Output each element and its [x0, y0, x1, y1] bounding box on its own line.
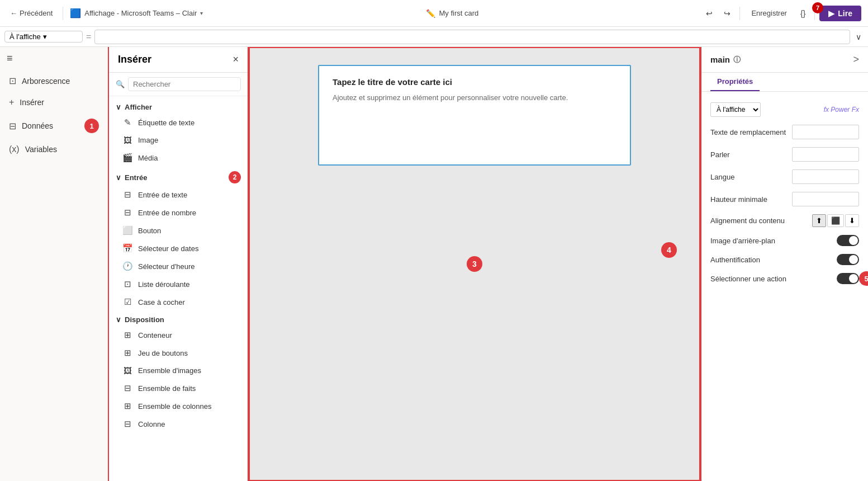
insert-item-ensemble-colonnes[interactable]: ⊞ Ensemble de colonnes	[109, 397, 248, 415]
tab-proprietes[interactable]: Propriétés	[710, 73, 760, 91]
section-afficher[interactable]: ∨ Afficher	[109, 98, 248, 114]
canvas-card[interactable]: Tapez le titre de votre carte ici Ajoute…	[318, 65, 631, 166]
formula-dropdown[interactable]: À l'affiche ▾	[4, 31, 83, 43]
ensemble-images-icon: 🖼	[122, 366, 132, 375]
sidebar-item-arborescence[interactable]: ⊡ Arborescence	[0, 70, 108, 92]
etiquette-label: Étiquette de texte	[138, 119, 195, 127]
liste-label: Liste déroulante	[138, 280, 190, 289]
toggle-selectionner-action[interactable]	[837, 273, 859, 284]
dates-label: Sélecteur de dates	[138, 244, 198, 253]
right-panel-header: main ⓘ >	[701, 47, 868, 73]
dates-icon: 📅	[122, 243, 132, 253]
align-top-button[interactable]: ⬆	[812, 214, 826, 227]
back-button[interactable]: ← Précédent	[7, 7, 56, 20]
insert-item-bouton[interactable]: ⬜ Bouton	[109, 221, 248, 239]
section-afficher-label: Afficher	[125, 103, 152, 111]
entree-texte-label: Entrée de texte	[138, 191, 187, 199]
insert-item-heure[interactable]: 🕐 Sélecteur d'heure	[109, 257, 248, 275]
arborescence-icon: ⊡	[9, 76, 16, 86]
colonne-icon: ⊟	[122, 419, 132, 429]
heure-label: Sélecteur d'heure	[138, 262, 195, 271]
sidebar-inserer-label: Insérer	[20, 98, 44, 107]
prop-label-alignement: Alignement du contenu	[710, 216, 789, 225]
jeu-boutons-label: Jeu de boutons	[138, 349, 188, 357]
prop-value-fx: fx Power Fx	[761, 106, 859, 114]
search-icon: 🔍	[116, 80, 125, 88]
bouton-icon: ⬜	[122, 225, 132, 235]
section-disposition[interactable]: ∨ Disposition	[109, 311, 248, 326]
align-bottom-button[interactable]: ⬇	[845, 214, 859, 227]
play-label: Lire	[838, 9, 852, 18]
canvas-card-title: Tapez le titre de votre carte ici	[333, 77, 616, 87]
variables-icon: (x)	[9, 144, 20, 154]
formula-input[interactable]	[94, 30, 850, 44]
prop-input-parler[interactable]	[792, 147, 859, 162]
prop-input-langue[interactable]	[792, 169, 859, 184]
insert-item-media[interactable]: 🎬 Média	[109, 149, 248, 167]
ensemble-faits-label: Ensemble de faits	[138, 384, 196, 393]
ensemble-colonnes-label: Ensemble de colonnes	[138, 402, 212, 411]
formula-expand-button[interactable]: ∨	[853, 30, 864, 44]
media-icon: 🎬	[122, 153, 132, 163]
right-panel-chevron-button[interactable]: >	[853, 54, 859, 65]
chevron-disposition-icon: ∨	[116, 315, 121, 324]
heure-icon: 🕐	[122, 261, 132, 271]
prop-row-selectionner-action: Sélectionner une action 5	[701, 269, 868, 288]
play-button[interactable]: ▶ Lire	[819, 6, 861, 21]
insert-search-input[interactable]	[128, 77, 241, 91]
canvas-area[interactable]: Tapez le titre de votre carte ici Ajoute…	[249, 47, 700, 481]
prop-row-affiche: À l'affiche fx Power Fx	[701, 98, 868, 121]
code-button[interactable]: {}	[796, 6, 810, 21]
prop-input-hauteur[interactable]	[792, 192, 859, 206]
canvas-card-subtitle: Ajoutez et supprimez un élément pour per…	[333, 93, 616, 102]
chevron-afficher-icon: ∨	[116, 103, 121, 111]
sidebar-item-variables[interactable]: (x) Variables	[0, 139, 108, 160]
toggle-authentification[interactable]	[837, 254, 859, 265]
insert-item-ensemble-faits[interactable]: ⊟ Ensemble de faits	[109, 379, 248, 397]
insert-item-conteneur[interactable]: ⊞ Conteneur	[109, 326, 248, 344]
right-panel-body: À l'affiche fx Power Fx Texte de remplac…	[701, 92, 868, 481]
prop-row-image-arriere-plan: Image d'arrière-plan	[701, 231, 868, 250]
insert-item-case[interactable]: ☑ Case à cocher	[109, 293, 248, 311]
insert-close-button[interactable]: ×	[233, 54, 239, 65]
sidebar-variables-label: Variables	[25, 145, 57, 154]
ensemble-images-label: Ensemble d'images	[138, 366, 201, 375]
chevron-entree-icon: ∨	[116, 173, 121, 182]
back-arrow-icon: ←	[10, 9, 17, 17]
insert-item-colonne[interactable]: ⊟ Colonne	[109, 415, 248, 433]
insert-item-image[interactable]: 🖼 Image	[109, 131, 248, 149]
affiche-dropdown[interactable]: À l'affiche	[710, 102, 761, 117]
info-icon[interactable]: ⓘ	[733, 55, 741, 65]
insert-item-entree-nombre[interactable]: ⊟ Entrée de nombre	[109, 204, 248, 221]
formula-dropdown-arrow-icon: ▾	[43, 32, 47, 41]
bouton-label: Bouton	[138, 227, 161, 235]
app-title-dropdown-icon[interactable]: ▾	[200, 10, 203, 16]
toggle-image-arriere-plan[interactable]	[837, 235, 859, 246]
ensemble-faits-icon: ⊟	[122, 383, 132, 393]
redo-button[interactable]: ↪	[719, 6, 735, 21]
insert-item-dates[interactable]: 📅 Sélecteur de dates	[109, 239, 248, 257]
entree-texte-icon: ⊟	[122, 190, 132, 200]
left-sidebar: ≡ ⊡ Arborescence + Insérer ⊟ Données 1 (…	[0, 47, 109, 481]
prop-input-texte-remplacement[interactable]	[792, 125, 859, 139]
sidebar-item-inserer[interactable]: + Insérer	[0, 92, 108, 113]
undo-button[interactable]: ↩	[701, 6, 717, 21]
insert-item-ensemble-images[interactable]: 🖼 Ensemble d'images	[109, 362, 248, 379]
prop-row-langue: Langue	[701, 166, 868, 188]
hamburger-icon[interactable]: ≡	[7, 53, 13, 64]
sidebar-item-donnees[interactable]: ⊟ Données 1	[0, 113, 108, 139]
insert-item-etiquette[interactable]: ✎ Étiquette de texte	[109, 114, 248, 131]
insert-item-liste[interactable]: ⊡ Liste déroulante	[109, 275, 248, 293]
section-entree[interactable]: ∨ Entrée 2	[109, 167, 248, 186]
insert-panel: Insérer × 🔍 ∨ Afficher ✎ Étiquette de te…	[109, 47, 249, 481]
insert-item-jeu-boutons[interactable]: ⊞ Jeu de boutons	[109, 344, 248, 362]
prop-label-image-arriere-plan: Image d'arrière-plan	[710, 237, 789, 245]
sidebar-inserer-wrapper: + Insérer	[0, 92, 108, 113]
insert-item-entree-texte[interactable]: ⊟ Entrée de texte	[109, 186, 248, 204]
ensemble-colonnes-icon: ⊞	[122, 401, 132, 411]
save-button[interactable]: Enregistrer	[744, 6, 794, 21]
badge-4: 4	[661, 242, 677, 258]
align-center-button[interactable]: ⬛	[827, 214, 844, 227]
conteneur-label: Conteneur	[138, 331, 172, 339]
badge-1: 1	[84, 119, 99, 133]
